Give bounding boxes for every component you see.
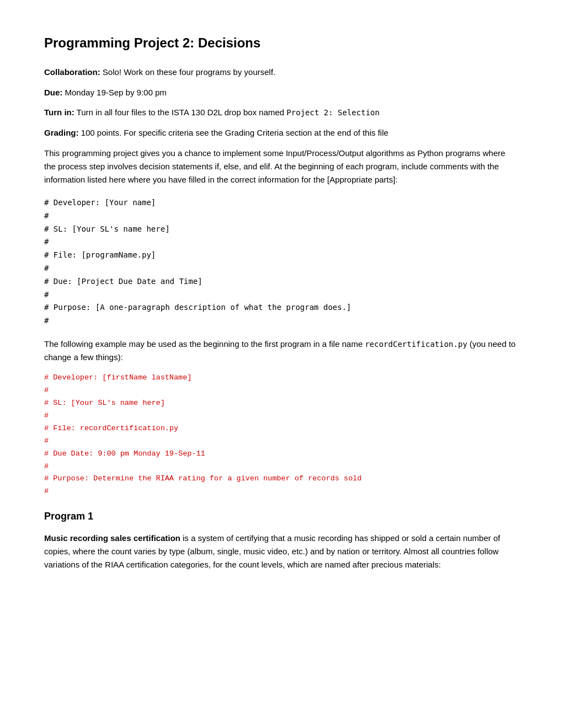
program1-section: Program 1 Music recording sales certific… [44,509,519,571]
red-code-line-2: # [44,384,519,397]
code-line-10: # [44,314,519,328]
code-line-4: # [44,235,519,249]
code-line-8: # [44,288,519,302]
red-code-line-8: # [44,461,519,473]
collaboration-text: Solo! Work on these four programs by you… [100,67,275,77]
code-line-3: # SL: [Your SL's name here] [44,223,519,236]
grading-label: Grading: [44,128,79,137]
red-code-line-9: # Purpose: Determine the RIAA rating for… [44,473,519,485]
red-code-line-7: # Due Date: 9:00 pm Monday 19-Sep-11 [44,448,519,461]
grading-text: 100 points. For specific criteria see th… [79,128,389,137]
code-line-9: # Purpose: [A one-paragraph description … [44,301,519,314]
code-line-6: # [44,262,519,275]
code-example-block: # Developer: [firstName lastName] # # SL… [44,372,519,498]
red-code-line-4: # [44,410,519,422]
program1-description: Music recording sales certification is a… [44,532,519,571]
turnin-code: Project 2: Selection [286,108,380,117]
page-container: Programming Project 2: Decisions Collabo… [0,0,563,612]
code-line-7: # Due: [Project Due Date and Time] [44,275,519,288]
code-line-1: # Developer: [Your name] [44,196,519,210]
red-code-line-3: # SL: [Your SL's name here] [44,397,519,410]
red-code-line-5: # File: recordCertification.py [44,422,519,435]
page-title: Programming Project 2: Decisions [44,33,519,53]
grading-block: Grading: 100 points. For specific criter… [44,127,519,140]
due-label: Due: [44,88,62,97]
example-intro-text: The following example may be used as the… [44,339,365,349]
project-description: This programming project gives you a cha… [44,147,519,186]
turnin-block: Turn in: Turn in all four files to the I… [44,106,519,119]
due-text: Monday 19-Sep by 9:00 pm [62,88,166,97]
collaboration-label: Collaboration: [44,67,100,77]
code-line-2: # [44,210,519,223]
code-line-5: # File: [programName.py] [44,249,519,262]
turnin-text: Turn in all four files to the ISTA 130 D… [75,108,286,117]
example-filename: recordCertification.py [365,340,467,349]
red-code-line-10: # [44,485,519,498]
due-block: Due: Monday 19-Sep by 9:00 pm [44,87,519,99]
comment-template-block: # Developer: [Your name] # # SL: [Your S… [44,196,519,328]
example-intro-paragraph: The following example may be used as the… [44,338,519,364]
program1-heading: Program 1 [44,509,519,524]
turnin-label: Turn in: [44,108,75,117]
red-code-line-1: # Developer: [firstName lastName] [44,372,519,384]
collaboration-block: Collaboration: Solo! Work on these four … [44,66,519,79]
red-code-line-6: # [44,435,519,448]
program1-bold-intro: Music recording sales certification [44,533,180,543]
